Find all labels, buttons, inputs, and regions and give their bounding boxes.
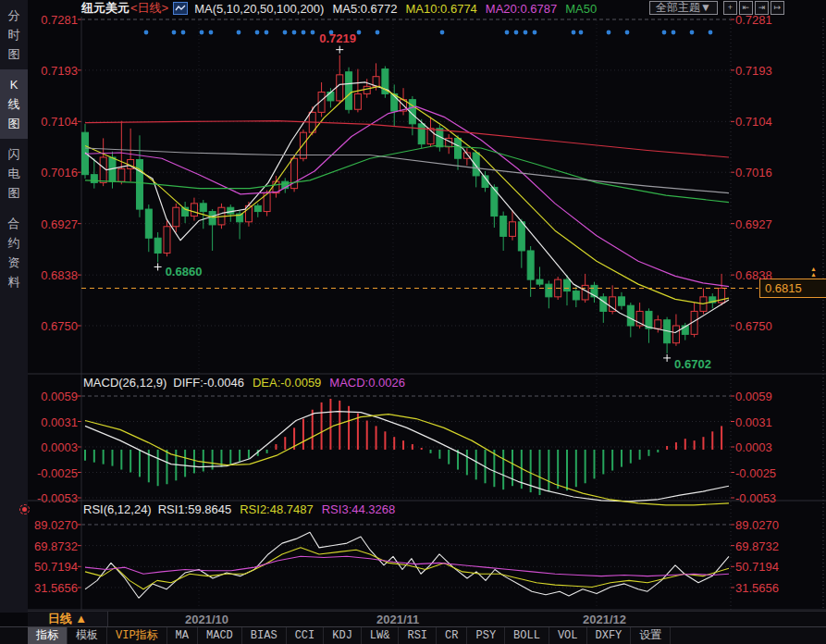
price-axis-label: -0.0025 xyxy=(30,467,78,479)
toolbar-item-LW&[interactable]: LW& xyxy=(362,627,400,644)
ma-legend-value: MA5:0.6772 xyxy=(332,2,397,16)
macd-macd-value: MACD:0.0026 xyxy=(329,376,405,390)
price-axis-label: 0.7193 xyxy=(735,65,772,77)
month-label: 2021/10 xyxy=(185,613,228,626)
toolbar-item-DXFY[interactable]: DXFY xyxy=(587,627,632,644)
toolbar-item-VOL[interactable]: VOL xyxy=(549,627,587,644)
rsi2-value: RSI2:48.7487 xyxy=(240,502,314,516)
price-axis-label: 0.6838 xyxy=(30,269,78,281)
price-axis-label: 0.7016 xyxy=(735,167,772,179)
price-axis-label: 0.0003 xyxy=(735,441,772,453)
price-axis-label: -0.0053 xyxy=(30,492,78,504)
month-label: 2021/12 xyxy=(583,613,626,626)
price-axis-label: 31.5656 xyxy=(30,582,78,594)
price-axis-label: 0.7281 xyxy=(30,14,78,26)
price-axis-label: 0.0003 xyxy=(30,441,78,453)
toolbar-item-MA[interactable]: MA xyxy=(167,627,198,644)
high-price-annotation: 0.7219 xyxy=(319,31,356,45)
ma-settings-label: MA(5,10,20,50,100,200) xyxy=(194,2,324,16)
macd-dea-value: DEA:-0.0059 xyxy=(253,376,321,390)
price-axis-label: 69.8732 xyxy=(30,540,78,552)
price-axis-label: 0.0031 xyxy=(735,416,772,428)
toolbar-item-设置[interactable]: 设置 xyxy=(631,627,671,644)
price-axis-label: 89.0270 xyxy=(735,519,779,531)
shift-right-icon[interactable]: ↦ xyxy=(771,1,784,15)
price-axis-label: -0.0053 xyxy=(735,492,776,504)
price-axis-label: 69.8732 xyxy=(735,540,779,552)
toolbar-item-KDJ[interactable]: KDJ xyxy=(324,627,362,644)
price-axis-label: 0.7193 xyxy=(30,65,78,77)
time-axis-row: 日线 ▲ 2021/102021/112021/12 xyxy=(28,611,826,627)
period-tag: <日线> xyxy=(130,0,168,17)
toolbar-item-RSI[interactable]: RSI xyxy=(399,627,437,644)
price-axis-label: 0.6927 xyxy=(735,218,772,230)
macd-formula: MACD(26,12,9) xyxy=(83,376,166,390)
price-up-arrow-icon: ▲▲ xyxy=(810,266,817,278)
event-dots xyxy=(144,31,713,35)
toolbar-item-BOLL[interactable]: BOLL xyxy=(505,627,549,644)
ma-legend-value: MA20:0.6787 xyxy=(486,2,557,16)
macd-diff-value: DIFF:-0.0046 xyxy=(173,376,244,390)
rsi-lines xyxy=(85,532,729,598)
toolbar-item-VIP指标[interactable]: VIP指标 xyxy=(107,627,167,644)
price-axis-label: 0.6927 xyxy=(30,218,78,230)
price-axis-label: 50.7194 xyxy=(735,561,779,573)
low-price-annotation-1: 0.6860 xyxy=(166,265,203,279)
indicator-toolbar: 指标模板VIP指标MAMACDBIASCCIKDJLW&RSICRPSYBOLL… xyxy=(0,626,826,644)
price-axis-label: 0.7104 xyxy=(30,116,78,128)
toolbar-item-CR[interactable]: CR xyxy=(437,627,467,644)
theme-dropdown-button[interactable]: 全部主题▼ xyxy=(649,1,718,15)
ma-legend-value: MA50 xyxy=(565,2,597,16)
rsi1-value: RSI1:59.8645 xyxy=(158,502,232,516)
price-axis-label: 0.7104 xyxy=(735,116,772,128)
trading-app: 分时图K线图闪电图合约资料 纽元美元 <日线> MA(5,10,20,50,10… xyxy=(0,0,826,644)
price-axis-label: 31.5656 xyxy=(735,582,779,594)
price-markers xyxy=(154,46,671,362)
ma-legend-value: MA10:0.6774 xyxy=(406,2,477,16)
toolbar-item-PSY[interactable]: PSY xyxy=(467,627,505,644)
sidebar-tab-K线图[interactable]: K线图 xyxy=(0,69,28,139)
symbol-title: 纽元美元 xyxy=(81,0,129,17)
left-sidebar: 分时图K线图闪电图合约资料 xyxy=(0,0,28,613)
rsi-formula: RSI(6,12,24) xyxy=(83,502,152,516)
sidebar-tab-分时图[interactable]: 分时图 xyxy=(0,0,28,69)
price-axis-label: -0.0025 xyxy=(735,467,776,479)
rsi-panel-title: RSI(6,12,24)RSI1:59.8645RSI2:48.7487RSI3… xyxy=(83,503,395,516)
macd-panel-title: MACD(26,12,9)DIFF:-0.0046DEA:-0.0059MACD… xyxy=(83,377,405,390)
ma-legend: MA5:0.6772MA10:0.6774MA20:0.6787MA50 xyxy=(324,2,597,16)
period-selector-button[interactable]: 日线 ▲ xyxy=(28,612,108,626)
price-axis-label: 0.0059 xyxy=(30,390,78,402)
toolbar-item-模板[interactable]: 模板 xyxy=(68,627,107,644)
mini-chart-icon[interactable] xyxy=(173,2,188,15)
month-label: 2021/11 xyxy=(376,613,419,626)
chart-canvas[interactable] xyxy=(0,0,826,644)
chart-header: 纽元美元 <日线> MA(5,10,20,50,100,200) MA5:0.6… xyxy=(28,0,826,17)
price-axis-label: 0.6838 xyxy=(735,269,772,281)
price-axis-label: 0.7281 xyxy=(735,14,772,26)
sidebar-tab-闪电图[interactable]: 闪电图 xyxy=(0,139,28,208)
price-axis-label: 0.0059 xyxy=(735,390,772,402)
toolbar-item-BIAS[interactable]: BIAS xyxy=(242,627,287,644)
price-axis-label: 50.7194 xyxy=(30,561,78,573)
indicator-settings-icon[interactable] xyxy=(19,504,30,514)
toolbar-item-CCI[interactable]: CCI xyxy=(287,627,325,644)
price-axis-label: 0.0031 xyxy=(30,416,78,428)
price-axis-label: 0.6750 xyxy=(735,320,772,332)
toolbar-item-指标[interactable]: 指标 xyxy=(28,627,68,644)
price-axis-label: 0.7016 xyxy=(30,167,78,179)
sidebar-tab-合约资料[interactable]: 合约资料 xyxy=(0,208,28,297)
rsi3-value: RSI3:44.3268 xyxy=(322,502,396,516)
low-price-annotation-2: 0.6702 xyxy=(674,357,711,371)
price-axis-label: 89.0270 xyxy=(30,519,78,531)
macd-lines xyxy=(85,412,729,505)
price-axis-label: 0.6750 xyxy=(30,320,78,332)
toolbar-item-MACD[interactable]: MACD xyxy=(198,627,242,644)
